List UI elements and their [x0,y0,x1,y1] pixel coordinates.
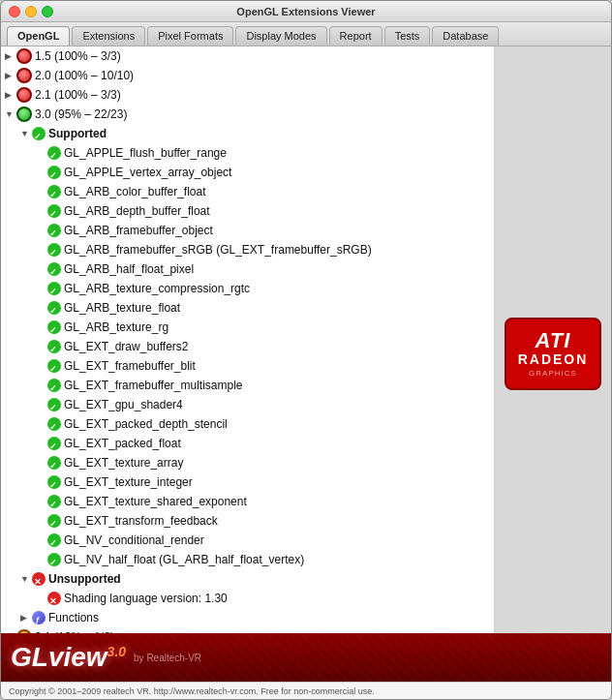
icon-e10 [47,320,61,334]
tab-tests[interactable]: Tests [384,26,431,46]
label-e4: GL_ARB_depth_buffer_float [64,202,210,220]
icon-e20 [47,514,61,528]
label-e18: GL_EXT_texture_integer [64,473,193,491]
icon-e18 [47,475,61,489]
tree-item-e18: GL_EXT_texture_integer [1,472,494,492]
tree-item-u1: Shading language version: 1.30 [1,589,494,608]
icon-functions [32,611,46,624]
label-e16: GL_EXT_packed_float [64,435,181,452]
icon-supported [32,127,46,140]
zoom-button[interactable] [42,6,53,17]
tree-item-e11: GL_EXT_draw_buffers2 [1,337,494,356]
label-v15: 1.5 (100% – 3/3) [35,47,121,65]
icon-e11 [47,340,61,353]
label-e21: GL_NV_conditional_render [64,532,204,549]
tree-item-functions[interactable]: ▶Functions [1,608,494,627]
tree-item-e4: GL_ARB_depth_buffer_float [1,201,494,221]
main-window: OpenGL Extensions Viewer OpenGL Extensio… [0,0,612,700]
tab-opengl[interactable]: OpenGL [7,26,70,46]
label-e3: GL_ARB_color_buffer_float [64,183,206,200]
label-unsupported: Unsupported [48,570,121,588]
label-e17: GL_EXT_texture_array [64,454,183,472]
label-e20: GL_EXT_transform_feedback [64,512,218,530]
tab-extensions[interactable]: Extensions [72,26,145,46]
label-v21: 2.1 (100% – 3/3) [35,86,121,104]
tab-display-modes[interactable]: Display Modes [235,26,326,46]
label-e10: GL_ARB_texture_rg [64,319,168,336]
label-e22: GL_NV_half_float (GL_ARB_half_float_vert… [64,551,304,568]
label-v30: 3.0 (95% – 22/23) [35,106,127,123]
icon-e19 [47,495,61,508]
icon-v30 [16,107,32,122]
label-e19: GL_EXT_texture_shared_exponent [64,493,247,510]
label-u1: Shading language version: 1.30 [64,590,228,607]
icon-u1 [47,592,61,605]
tree-item-v30[interactable]: ▼3.0 (95% – 22/23) [1,105,494,124]
glview-logo: GLview3.0 [11,642,126,673]
label-supported: Supported [48,125,107,142]
tab-report[interactable]: Report [329,26,382,46]
icon-v21 [16,87,32,103]
icon-unsupported [32,572,46,586]
icon-e14 [47,398,61,411]
label-v20: 2.0 (100% – 10/10) [35,67,134,84]
tree-item-e21: GL_NV_conditional_render [1,531,494,550]
tree-item-supported[interactable]: ▼Supported [1,124,494,143]
icon-e2 [47,166,61,179]
icon-e5 [47,224,61,237]
expand-arrow-v15[interactable]: ▶ [5,47,16,65]
tree-item-v21[interactable]: ▶2.1 (100% – 3/3) [1,85,494,105]
icon-v20 [16,68,32,83]
tree-item-unsupported[interactable]: ▼Unsupported [1,569,494,589]
label-e6: GL_ARB_framebuffer_sRGB (GL_EXT_framebuf… [64,241,372,259]
tree-item-e16: GL_EXT_packed_float [1,434,494,453]
tree-item-e9: GL_ARB_texture_float [1,298,494,318]
tree-item-e14: GL_EXT_gpu_shader4 [1,395,494,414]
tree-item-e2: GL_APPLE_vertex_array_object [1,163,494,182]
expand-arrow-functions[interactable]: ▶ [20,609,32,626]
tree-item-e7: GL_ARB_half_float_pixel [1,259,494,279]
label-e7: GL_ARB_half_float_pixel [64,260,194,278]
label-e1: GL_APPLE_flush_buffer_range [64,144,227,162]
tab-pixel-formats[interactable]: Pixel Formats [147,26,233,46]
label-e14: GL_EXT_gpu_shader4 [64,396,183,413]
by-realtech-text: by Realtech-VR [134,653,201,663]
label-e13: GL_EXT_framebuffer_multisample [64,377,243,394]
expand-arrow-unsupported[interactable]: ▼ [20,570,32,588]
expand-arrow-v20[interactable]: ▶ [5,67,16,84]
tree-panel[interactable]: ▶1.5 (100% – 3/3)▶2.0 (100% – 10/10)▶2.1… [1,46,495,633]
tree-item-e5: GL_ARB_framebuffer_object [1,221,494,240]
icon-e16 [47,437,61,450]
expand-arrow-v30[interactable]: ▼ [5,106,16,123]
label-e15: GL_EXT_packed_depth_stencil [64,415,228,433]
label-e11: GL_EXT_draw_buffers2 [64,338,189,355]
label-e9: GL_ARB_texture_float [64,299,180,317]
footer-banner: GLview3.0 by Realtech-VR [1,633,611,682]
tree-item-e8: GL_ARB_texture_compression_rgtc [1,279,494,298]
expand-arrow-v21[interactable]: ▶ [5,86,16,104]
tree-item-e19: GL_EXT_texture_shared_exponent [1,492,494,511]
icon-e22 [47,553,61,566]
graphics-text: GRAPHICS [529,369,577,378]
expand-arrow-supported[interactable]: ▼ [20,125,32,142]
window-title: OpenGL Extensions Viewer [236,6,375,17]
close-button[interactable] [9,6,20,17]
tab-database[interactable]: Database [432,26,499,46]
titlebar: OpenGL Extensions Viewer [1,1,611,22]
glview-version: 3.0 [107,644,126,659]
tree-item-e20: GL_EXT_transform_feedback [1,511,494,531]
minimize-button[interactable] [25,6,37,17]
icon-e8 [47,282,61,295]
copyright-text: Copyright © 2001–2009 realtech VR. http:… [9,686,375,696]
icon-e12 [47,359,61,373]
label-functions: Functions [48,609,99,626]
icon-e21 [47,533,61,547]
icon-e7 [47,262,61,276]
label-e12: GL_EXT_framebuffer_blit [64,357,196,375]
tab-toolbar: OpenGL Extensions Pixel Formats Display … [1,22,611,46]
tree-item-v15[interactable]: ▶1.5 (100% – 3/3) [1,46,494,66]
label-e2: GL_APPLE_vertex_array_object [64,164,231,181]
tree-item-e10: GL_ARB_texture_rg [1,318,494,337]
tree-item-e12: GL_EXT_framebuffer_blit [1,356,494,376]
tree-item-v20[interactable]: ▶2.0 (100% – 10/10) [1,66,494,85]
